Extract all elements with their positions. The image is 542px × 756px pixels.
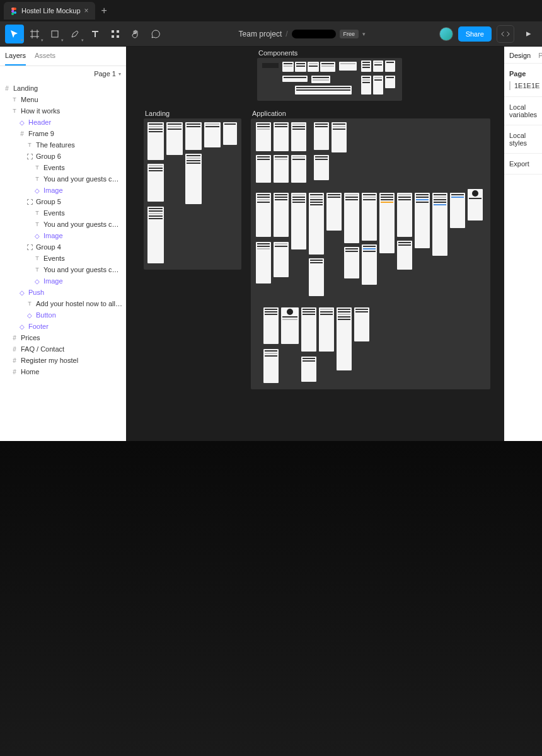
text-icon (34, 255, 40, 261)
color-hex: 1E1E1E (514, 82, 539, 89)
component-icon (26, 312, 33, 318)
layer-label: Add your hostel now to allow your guest… (36, 300, 122, 307)
resources-tool[interactable] (106, 25, 125, 43)
frame-icon (11, 357, 18, 364)
comment-tool[interactable] (146, 25, 165, 43)
design-tab[interactable]: Design (509, 52, 531, 59)
layer-row[interactable]: Register my hostel (0, 355, 126, 366)
layer-label: Header (28, 118, 51, 126)
svg-rect-1 (52, 31, 58, 37)
frame-icon (4, 85, 10, 91)
team-name: Team project (239, 30, 282, 38)
page-background-section: Page 1E1E1E (504, 64, 542, 97)
page-color-row[interactable]: 1E1E1E (509, 81, 537, 90)
present-button[interactable] (519, 25, 537, 43)
layer-row[interactable]: FAQ / Contact (0, 343, 126, 355)
color-swatch[interactable] (509, 81, 510, 90)
layer-row[interactable]: Home (0, 366, 126, 377)
layer-label: Image (43, 232, 63, 239)
section-landing[interactable] (144, 118, 241, 270)
assets-tab[interactable]: Assets (35, 47, 55, 66)
layer-row[interactable]: Frame 9 (0, 128, 126, 139)
layer-label: How it works (21, 107, 60, 115)
hand-tool[interactable] (126, 25, 145, 43)
page-selector[interactable]: Page 1 ▾ (0, 66, 126, 81)
layer-row[interactable]: Footer (0, 321, 126, 332)
frame-icon (19, 130, 25, 137)
layer-row[interactable]: Events (0, 207, 126, 219)
text-icon (34, 176, 40, 182)
layer-row[interactable]: Add your hostel now to allow your guest… (0, 298, 126, 309)
tab-strip: Hostel Life Mockup × + (0, 0, 542, 21)
frame-tool[interactable]: ▾ (25, 25, 44, 43)
layer-row[interactable]: Group 4 (0, 241, 126, 253)
layer-row[interactable]: Menu (0, 94, 126, 105)
text-tool[interactable] (86, 25, 105, 43)
layer-row[interactable]: Button (0, 309, 126, 321)
section-components[interactable] (257, 58, 402, 101)
layer-row[interactable]: Image (0, 275, 126, 287)
file-tab[interactable]: Hostel Life Mockup × (4, 2, 95, 20)
left-panel-tabs: Layers Assets (0, 47, 126, 66)
layer-row[interactable]: Image (0, 230, 126, 241)
layer-tree: LandingMenuHow it worksHeaderFrame 9The … (0, 81, 126, 441)
layer-label: Push (28, 289, 44, 296)
layer-row[interactable]: Group 5 (0, 196, 126, 207)
text-icon (34, 221, 40, 227)
layer-row[interactable]: The features (0, 139, 126, 151)
chevron-down-icon: ▾ (118, 71, 121, 77)
layer-label: Footer (28, 323, 49, 330)
layer-label: Button (36, 311, 56, 319)
local-variables-row[interactable]: Local variables (504, 97, 542, 125)
local-styles-row[interactable]: Local styles (504, 125, 542, 154)
layer-label: Events (43, 255, 65, 262)
layer-label: You and your guests can create and … (43, 266, 122, 273)
svg-rect-4 (112, 35, 114, 38)
layer-row[interactable]: Group 6 (0, 151, 126, 162)
text-icon (34, 210, 40, 216)
pen-tool[interactable]: ▾ (66, 25, 84, 43)
layers-tab[interactable]: Layers (5, 47, 26, 66)
component-icon (19, 323, 25, 329)
component-icon (34, 187, 40, 193)
layer-row[interactable]: Prices (0, 332, 126, 343)
layer-row[interactable]: You and your guests can create and … (0, 173, 126, 185)
layer-row[interactable]: You and your guests can create and … (0, 219, 126, 230)
layer-row[interactable]: Events (0, 162, 126, 173)
user-avatar[interactable] (439, 27, 453, 41)
layer-row[interactable]: Image (0, 185, 126, 196)
plan-badge: Free (340, 30, 359, 38)
section-application[interactable] (251, 118, 490, 389)
layer-row[interactable]: Landing (0, 83, 126, 94)
share-button[interactable]: Share (458, 26, 492, 42)
frame-icon (11, 346, 18, 352)
right-panel-tabs: Design Prototype (504, 47, 542, 64)
layer-label: Group 6 (36, 152, 61, 160)
add-tab-button[interactable]: + (95, 5, 113, 16)
canvas[interactable]: Components Landing (126, 47, 504, 441)
layer-label: You and your guests can create and … (43, 220, 122, 228)
layer-row[interactable]: Header (0, 117, 126, 128)
layer-label: Home (21, 368, 39, 375)
prototype-tab[interactable]: Prototype (538, 52, 542, 59)
layer-row[interactable]: Events (0, 253, 126, 264)
shape-tool[interactable]: ▾ (45, 25, 64, 43)
layer-row[interactable]: How it works (0, 105, 126, 117)
laptop-keyboard-area (0, 441, 542, 756)
design-panel: Design Prototype Page 1E1E1E Local varia… (504, 47, 542, 441)
chevron-down-icon[interactable]: ▾ (362, 31, 366, 37)
export-row[interactable]: Export (504, 154, 542, 175)
layer-label: The features (36, 141, 75, 149)
layers-panel: Layers Assets Page 1 ▾ LandingMenuHow it… (0, 47, 126, 441)
breadcrumb[interactable]: Team project / Free ▾ (239, 30, 366, 38)
layer-row[interactable]: You and your guests can create and … (0, 264, 126, 275)
move-tool[interactable]: ▾ (5, 25, 24, 43)
page-section-label: Page (509, 70, 537, 77)
layer-label: Group 4 (36, 243, 61, 251)
layer-label: You and your guests can create and … (43, 175, 122, 183)
layer-row[interactable]: Push (0, 287, 126, 298)
dev-mode-button[interactable] (497, 25, 514, 43)
toolbar-right: Share (439, 25, 537, 43)
tab-title: Hostel Life Mockup (21, 7, 81, 14)
close-tab-icon[interactable]: × (84, 6, 89, 15)
